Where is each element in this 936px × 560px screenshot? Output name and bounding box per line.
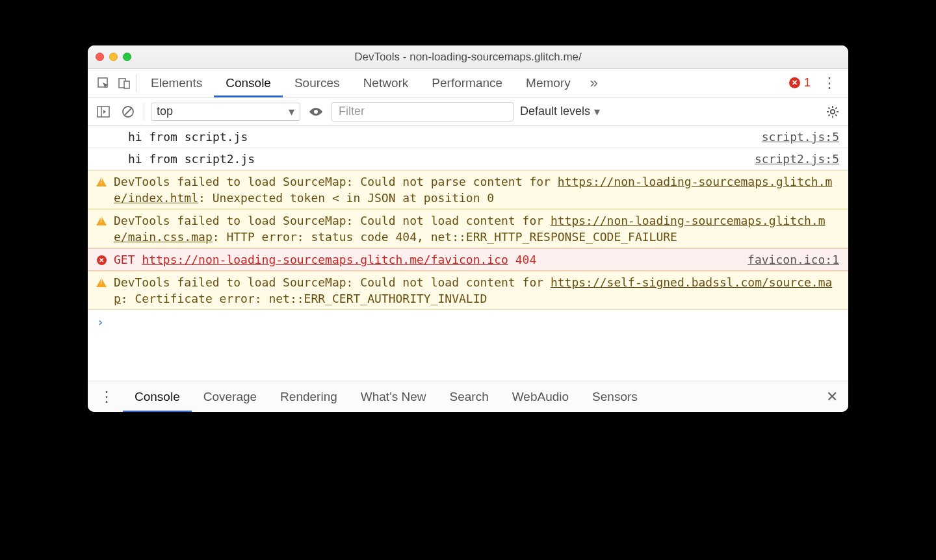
warning-icon: [96, 278, 107, 287]
tab-network[interactable]: Network: [352, 69, 421, 97]
message-url[interactable]: https://non-loading-sourcemaps.glitch.me…: [114, 214, 826, 244]
drawer-tab-search[interactable]: Search: [438, 381, 500, 413]
window-minimize-button[interactable]: [109, 53, 118, 61]
console-toolbar: top ▾ Default levels ▾: [88, 97, 848, 126]
tab-console[interactable]: Console: [214, 69, 283, 97]
chevron-down-icon: ▾: [289, 105, 294, 119]
tab-performance[interactable]: Performance: [420, 69, 514, 97]
tab-memory[interactable]: Memory: [514, 69, 582, 97]
console-sidebar-toggle-icon[interactable]: [94, 103, 112, 121]
svg-line-12: [829, 107, 830, 108]
chevron-down-icon: ▾: [594, 105, 600, 119]
svg-line-5: [125, 108, 131, 115]
settings-menu-icon[interactable]: ⋮: [817, 75, 842, 92]
tab-sources[interactable]: Sources: [283, 69, 352, 97]
clear-console-icon[interactable]: [119, 103, 137, 121]
execution-context-select[interactable]: top ▾: [151, 103, 300, 121]
http-status: 404: [508, 253, 536, 266]
execution-context-label: top: [157, 105, 173, 118]
console-messages: hi from script.jsscript.js:5hi from scri…: [88, 126, 848, 310]
drawer-tab-rendering[interactable]: Rendering: [268, 381, 349, 413]
drawer-tab-console[interactable]: Console: [123, 381, 192, 413]
drawer-close-icon[interactable]: ✕: [822, 388, 842, 405]
drawer-tab-what-s-new[interactable]: What's New: [349, 381, 438, 413]
main-tab-row: ElementsConsoleSourcesNetworkPerformance…: [88, 69, 848, 97]
svg-line-15: [835, 107, 837, 108]
console-filter-input[interactable]: [332, 102, 514, 121]
message-url[interactable]: https://non-loading-sourcemaps.glitch.me…: [142, 253, 508, 266]
console-prompt[interactable]: ›: [88, 310, 848, 334]
message-source-link[interactable]: favicon.ico:1: [740, 251, 839, 268]
console-message: DevTools failed to load SourceMap: Could…: [88, 170, 848, 209]
message-url[interactable]: https://non-loading-sourcemaps.glitch.me…: [114, 175, 832, 205]
message-source-link[interactable]: script2.js:5: [747, 151, 839, 167]
devtools-window: DevTools - non-loading-sourcemaps.glitch…: [88, 45, 848, 412]
live-expression-icon[interactable]: [307, 103, 325, 121]
message-source-link[interactable]: script.js:5: [754, 129, 839, 145]
svg-line-13: [835, 114, 837, 116]
error-icon: ✕: [97, 255, 107, 265]
message-body: DevTools failed to load SourceMap: Could…: [114, 173, 839, 206]
message-url[interactable]: https://self-signed.badssl.com/source.ma…: [114, 275, 832, 305]
error-count: 1: [804, 76, 811, 90]
window-controls: [96, 53, 131, 61]
console-message: hi from script.jsscript.js:5: [88, 126, 848, 148]
more-tabs-icon[interactable]: »: [585, 74, 603, 92]
drawer-tab-row: ⋮ ConsoleCoverageRenderingWhat's NewSear…: [88, 381, 848, 412]
message-body: DevTools failed to load SourceMap: Could…: [114, 274, 839, 307]
log-levels-label: Default levels: [520, 105, 590, 118]
window-zoom-button[interactable]: [123, 53, 131, 61]
drawer-tab-coverage[interactable]: Coverage: [192, 381, 268, 413]
message-body: DevTools failed to load SourceMap: Could…: [114, 212, 839, 245]
window-close-button[interactable]: [96, 53, 104, 61]
console-settings-icon[interactable]: [824, 103, 842, 121]
console-message: DevTools failed to load SourceMap: Could…: [88, 271, 848, 310]
message-body: GET https://non-loading-sourcemaps.glitc…: [114, 251, 734, 268]
message-body: hi from script.js: [114, 129, 749, 145]
http-method: GET: [114, 253, 142, 266]
device-toolbar-icon[interactable]: [115, 74, 133, 92]
separator: [144, 103, 144, 120]
svg-point-6: [314, 110, 318, 114]
drawer-tab-sensors[interactable]: Sensors: [580, 381, 649, 413]
log-levels-select[interactable]: Default levels ▾: [520, 105, 600, 119]
warning-icon: [96, 216, 107, 225]
separator: [136, 75, 136, 92]
tab-elements[interactable]: Elements: [139, 69, 214, 97]
window-title: DevTools - non-loading-sourcemaps.glitch…: [88, 51, 848, 64]
console-message: DevTools failed to load SourceMap: Could…: [88, 209, 848, 248]
message-body: hi from script2.js: [114, 151, 742, 167]
drawer-menu-icon[interactable]: ⋮: [94, 388, 119, 405]
inspect-element-icon[interactable]: [94, 74, 112, 92]
warning-icon: [96, 177, 107, 186]
error-icon: ✕: [789, 77, 800, 88]
console-message: ✕GET https://non-loading-sourcemaps.glit…: [88, 248, 848, 271]
svg-line-14: [829, 114, 830, 116]
svg-rect-2: [124, 81, 129, 88]
blank-area: [88, 334, 848, 381]
svg-point-7: [831, 109, 835, 113]
error-count-badge[interactable]: ✕ 1: [785, 76, 814, 90]
titlebar: DevTools - non-loading-sourcemaps.glitch…: [88, 45, 848, 69]
drawer-tab-webaudio[interactable]: WebAudio: [500, 381, 580, 413]
console-message: hi from script2.jsscript2.js:5: [88, 148, 848, 170]
